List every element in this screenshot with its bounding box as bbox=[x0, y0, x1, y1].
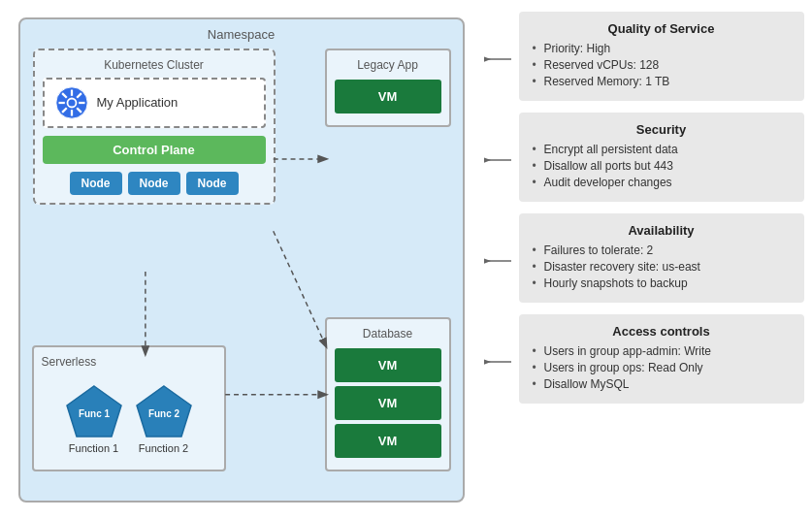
qos-item-1: Priority: High bbox=[533, 42, 791, 55]
security-item-3: Audit developer changes bbox=[533, 176, 791, 189]
function-1-icon: Func 1 bbox=[65, 384, 123, 438]
access-card: Access controls Users in group app-admin… bbox=[519, 314, 804, 404]
serverless-label: Serverless bbox=[42, 355, 216, 369]
legacy-app: Legacy App VM bbox=[325, 49, 451, 127]
database-box: Database VM VM VM bbox=[325, 317, 451, 471]
security-title: Security bbox=[533, 122, 791, 137]
function-2-label: Function 2 bbox=[139, 442, 188, 454]
k8s-label: Kubernetes Cluster bbox=[43, 58, 266, 72]
arrow-security bbox=[484, 150, 513, 170]
database-label: Database bbox=[335, 327, 441, 341]
kubernetes-icon bbox=[54, 85, 89, 120]
legacy-vm: VM bbox=[335, 80, 441, 114]
node-2: Node bbox=[128, 172, 180, 195]
availability-card: Availability Failures to tolerate: 2 Dis… bbox=[519, 213, 804, 303]
right-panel: Quality of Service Priority: High Reserv… bbox=[484, 8, 804, 512]
security-item-2: Disallow all ports but 443 bbox=[533, 159, 791, 173]
access-item-2: Users in group ops: Read Only bbox=[533, 361, 791, 374]
security-item-1: Encrypt all persistent data bbox=[533, 143, 791, 156]
namespace-box: Namespace Kubernetes Cluster bbox=[18, 17, 465, 503]
arrow-qos bbox=[484, 49, 513, 69]
arrow-availability bbox=[484, 251, 513, 271]
kubernetes-cluster: Kubernetes Cluster bbox=[33, 49, 276, 205]
qos-title: Quality of Service bbox=[533, 21, 791, 36]
availability-item-2: Disaster recovery site: us-east bbox=[533, 260, 791, 274]
qos-item-3: Reserved Memory: 1 TB bbox=[533, 75, 791, 88]
function-2-icon: Func 2 bbox=[135, 384, 193, 438]
svg-line-15 bbox=[273, 231, 326, 346]
security-card: Security Encrypt all persistent data Dis… bbox=[519, 113, 804, 202]
my-application-label: My Application bbox=[97, 95, 179, 110]
access-title: Access controls bbox=[533, 324, 791, 339]
qos-card: Quality of Service Priority: High Reserv… bbox=[519, 12, 804, 101]
db-vm-3: VM bbox=[335, 424, 441, 458]
serverless-box: Serverless Func 1 Function 1 Func 2 bbox=[32, 345, 226, 471]
nodes-row: Node Node Node bbox=[43, 172, 266, 195]
db-vm-2: VM bbox=[335, 386, 441, 420]
svg-text:Func 1: Func 1 bbox=[78, 408, 110, 419]
left-panel: Namespace Kubernetes Cluster bbox=[9, 8, 484, 512]
access-list: Users in group app-admin: Write Users in… bbox=[533, 344, 791, 391]
node-3: Node bbox=[186, 172, 239, 195]
svg-text:Func 2: Func 2 bbox=[147, 408, 179, 419]
qos-list: Priority: High Reserved vCPUs: 128 Reser… bbox=[533, 42, 791, 88]
legacy-app-label: Legacy App bbox=[335, 58, 441, 72]
db-vm-1: VM bbox=[335, 348, 441, 382]
namespace-label: Namespace bbox=[208, 27, 275, 42]
availability-title: Availability bbox=[533, 223, 791, 238]
diagram-container: Namespace Kubernetes Cluster bbox=[9, 8, 804, 512]
qos-item-2: Reserved vCPUs: 128 bbox=[533, 58, 791, 72]
node-1: Node bbox=[70, 172, 122, 195]
svg-point-1 bbox=[67, 98, 76, 107]
control-plane: Control Plane bbox=[43, 136, 266, 164]
availability-item-1: Failures to tolerate: 2 bbox=[533, 243, 791, 257]
my-application-row: My Application bbox=[43, 78, 266, 128]
security-list: Encrypt all persistent data Disallow all… bbox=[533, 143, 791, 189]
function-1-label: Function 1 bbox=[69, 442, 118, 454]
function-1-item: Func 1 Function 1 bbox=[65, 384, 123, 454]
access-item-1: Users in group app-admin: Write bbox=[533, 344, 791, 358]
availability-list: Failures to tolerate: 2 Disaster recover… bbox=[533, 243, 791, 290]
access-item-3: Disallow MySQL bbox=[533, 377, 791, 391]
arrow-access bbox=[484, 352, 513, 372]
functions-row: Func 1 Function 1 Func 2 Function 2 bbox=[42, 376, 216, 462]
function-2-item: Func 2 Function 2 bbox=[135, 384, 193, 454]
availability-item-3: Hourly snapshots to backup bbox=[533, 276, 791, 290]
